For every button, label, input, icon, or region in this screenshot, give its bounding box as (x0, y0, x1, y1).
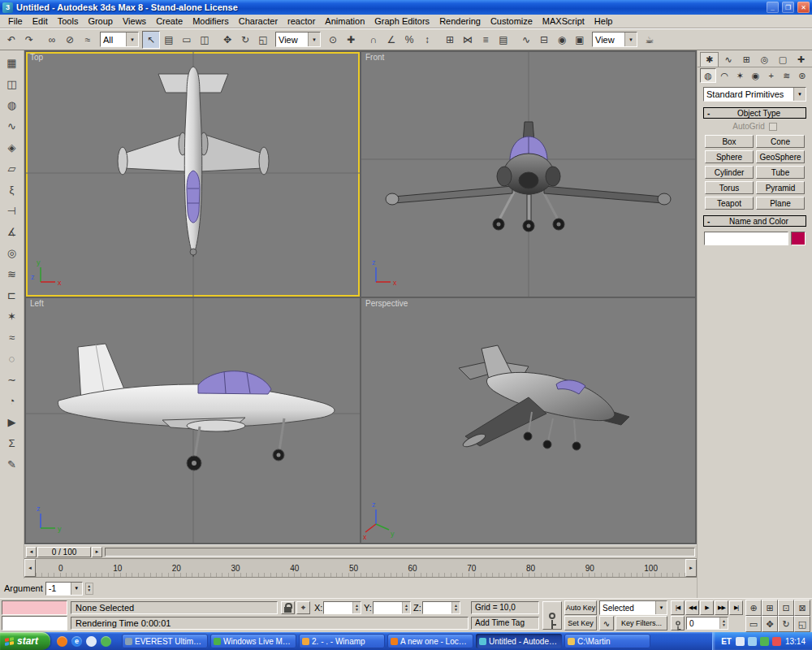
tab-hierarchy-icon[interactable]: ⊞ (738, 52, 755, 67)
reactor-deforming-mesh-icon[interactable]: ◈ (3, 139, 21, 156)
reactor-water-icon[interactable]: ≈ (3, 329, 21, 346)
reactor-fracture-icon[interactable]: ✶ (3, 308, 21, 325)
y-coordinate-field[interactable]: ▲▼ (373, 601, 411, 614)
reactor-wind-icon[interactable]: ≋ (3, 266, 21, 283)
reactor-cloth-modifier-icon[interactable]: ◌ (3, 350, 21, 367)
key-mode-toggle-button[interactable] (671, 616, 685, 630)
next-frame-arrow[interactable]: ► (92, 547, 102, 557)
play-button[interactable]: ▶ (700, 600, 714, 615)
set-keys-button[interactable] (542, 601, 562, 630)
taskbar-task-button[interactable]: 2. - . - Winamp (299, 634, 385, 648)
tray-volume-icon[interactable] (736, 637, 745, 646)
y-spinner[interactable]: ▲▼ (402, 602, 410, 613)
taskbar-task-button[interactable]: A new one - LockOn... (387, 634, 473, 648)
previous-frame-arrow[interactable]: ◄ (26, 547, 37, 557)
menu-item[interactable]: Edit (28, 15, 53, 27)
zoom-extents-all-icon[interactable]: ⊠ (794, 600, 810, 616)
viewport-label-front[interactable]: Front (365, 53, 384, 62)
maxscript-listener-line[interactable] (2, 616, 67, 630)
reactor-soft-body-collection-icon[interactable]: ◍ (3, 97, 21, 114)
reactor-toy-car-icon[interactable]: ⊏ (3, 287, 21, 304)
object-type-button[interactable]: Box (705, 135, 754, 148)
material-editor-icon[interactable]: ◉ (553, 31, 571, 49)
zoom-region-icon[interactable]: ▭ (745, 616, 762, 632)
dropdown-arrow-icon[interactable]: ▼ (126, 32, 138, 46)
category-spacewarps-icon[interactable]: ≋ (780, 68, 794, 83)
airplane-model-perspective[interactable] (459, 345, 629, 450)
tab-display-icon[interactable]: ▢ (774, 52, 791, 67)
category-systems-icon[interactable]: ⊛ (795, 68, 810, 83)
reactor-create-animation-icon[interactable]: ✎ (3, 456, 21, 473)
named-selection-sets-icon[interactable]: ⊞ (441, 31, 459, 49)
arc-rotate-icon[interactable]: ↻ (778, 616, 794, 632)
select-object-icon[interactable]: ↖ (142, 31, 160, 49)
menu-item[interactable]: File (3, 15, 28, 27)
curve-editor-icon[interactable]: ∿ (517, 31, 535, 49)
viewport-label-top[interactable]: Top (30, 53, 43, 62)
object-type-button[interactable]: Torus (705, 181, 754, 194)
airplane-model-left[interactable] (58, 344, 335, 470)
object-type-button[interactable]: Cone (756, 135, 805, 148)
maxscript-macro-recorder-line[interactable] (2, 600, 67, 615)
min-max-toggle-icon[interactable]: ◱ (794, 616, 810, 632)
menu-item[interactable]: Help (590, 15, 618, 27)
reactor-linear-dashpot-icon[interactable]: ⊣ (3, 202, 21, 219)
category-helpers-icon[interactable]: + (764, 68, 779, 83)
mirror-icon[interactable]: ⋈ (459, 31, 477, 49)
trackbar-ruler[interactable]: 0102030405060708090100 (36, 559, 685, 577)
trackbar-right-arrow[interactable]: ► (685, 559, 697, 577)
zoom-all-icon[interactable]: ⊞ (762, 600, 778, 616)
time-slider-track[interactable] (105, 548, 695, 557)
viewport-front[interactable]: z x Front (361, 52, 695, 297)
select-and-link-icon[interactable]: ∞ (43, 31, 61, 49)
select-and-manipulate-icon[interactable]: ✚ (342, 31, 360, 49)
menu-item[interactable]: reactor (283, 15, 320, 27)
zoom-extents-icon[interactable]: ⊡ (778, 600, 794, 616)
minimize-button[interactable]: _ (767, 2, 779, 13)
taskbar-task-button[interactable]: Untitled - Autodesk 3... (476, 634, 562, 648)
percent-snap-icon[interactable]: % (400, 31, 418, 49)
rollout-collapse-icon[interactable]: - (707, 217, 715, 226)
category-geometry-icon[interactable]: ◍ (700, 68, 716, 83)
selection-filter-dropdown[interactable]: All ▼ (100, 32, 139, 47)
tab-modify-icon[interactable]: ∿ (719, 52, 736, 67)
z-spinner[interactable]: ▲▼ (451, 602, 460, 613)
x-spinner[interactable]: ▲▼ (352, 602, 361, 613)
reactor-angular-dashpot-icon[interactable]: ∡ (3, 223, 21, 240)
viewport-top[interactable]: y x z Top (26, 52, 360, 297)
snaps-toggle-icon[interactable]: ∩ (365, 31, 382, 49)
select-by-name-icon[interactable]: ▤ (160, 31, 178, 49)
restore-button[interactable]: ❐ (782, 2, 794, 13)
layer-manager-icon[interactable]: ▤ (495, 31, 512, 49)
dropdown-arrow-icon[interactable]: ▼ (624, 32, 637, 46)
default-tangent-button[interactable]: ∿ (599, 616, 614, 630)
x-coordinate-field[interactable]: ▲▼ (323, 601, 361, 614)
auto-key-button[interactable]: Auto Key (564, 600, 597, 615)
category-lights-icon[interactable]: ✶ (732, 68, 747, 83)
object-color-swatch[interactable] (791, 232, 806, 245)
reactor-analyze-world-icon[interactable]: Σ (3, 435, 21, 452)
menu-item[interactable]: Tools (53, 15, 84, 27)
reactor-plane-icon[interactable]: ▱ (3, 160, 21, 177)
airplane-model-front[interactable] (386, 122, 671, 232)
quick-launch-ie-icon[interactable]: e (71, 635, 83, 648)
tray-messenger-icon[interactable] (760, 637, 769, 646)
category-cameras-icon[interactable]: ◉ (748, 68, 762, 83)
object-name-field[interactable] (704, 232, 788, 245)
menu-item[interactable]: Create (151, 15, 188, 27)
menu-item[interactable]: Graph Editors (369, 15, 434, 27)
autogrid-checkbox[interactable] (769, 123, 777, 131)
airplane-model-top[interactable] (118, 67, 269, 257)
object-type-button[interactable]: Sphere (705, 150, 754, 163)
selection-lock-toggle[interactable] (281, 601, 295, 614)
redo-icon[interactable]: ↷ (20, 31, 38, 49)
tab-motion-icon[interactable]: ◎ (756, 52, 773, 67)
quick-launch-firefox-icon[interactable] (56, 635, 68, 648)
viewport-left[interactable]: z y Left (26, 298, 360, 543)
menu-item[interactable]: Rendering (434, 15, 486, 27)
menu-item[interactable]: Customize (486, 15, 538, 27)
object-type-button[interactable]: Cylinder (705, 166, 754, 179)
reactor-cloth-collection-icon[interactable]: ◫ (3, 76, 21, 93)
reactor-soft-body-modifier-icon[interactable]: ◔ (3, 392, 21, 410)
bind-to-space-warp-icon[interactable]: ≈ (79, 31, 97, 49)
